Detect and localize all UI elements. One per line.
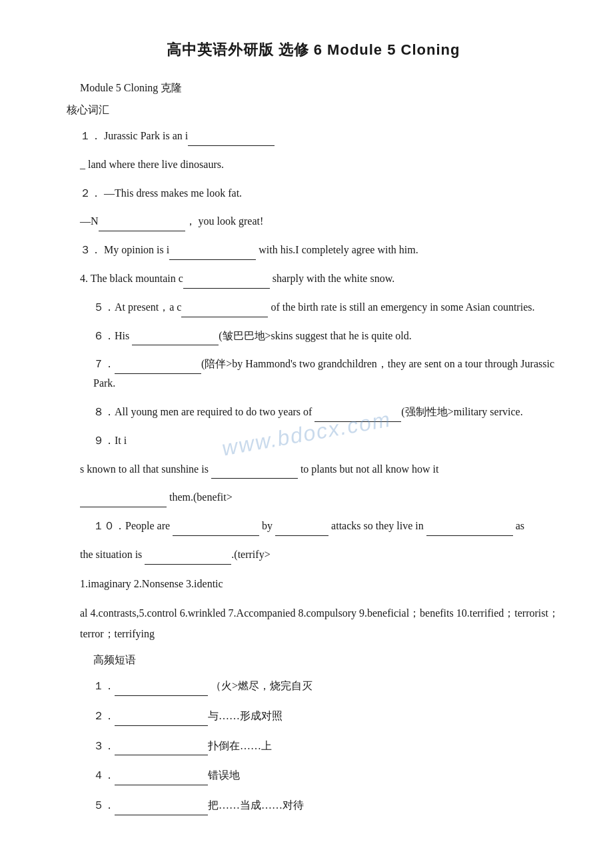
item-10-mid2: attacks so they live in — [328, 520, 426, 531]
phrase-item-5: ５．把……当成……对待 — [67, 796, 560, 815]
item-10-blank3 — [426, 524, 513, 536]
phrase-item-4: ４．错误地 — [67, 766, 560, 785]
item-9-end: them.(benefit> — [167, 491, 233, 503]
item-10-mid1: by — [259, 520, 275, 531]
item-1-blank — [188, 134, 275, 146]
vocab-label: 核心词汇 — [67, 103, 560, 117]
item-2-num: ２． — [80, 187, 101, 199]
item-3-num: ３． — [80, 244, 101, 255]
phrase-item-1: １． （火>燃尽，烧完自灭 — [67, 677, 560, 696]
item-2-end: ， you look great! — [185, 215, 264, 227]
item-4-num: 4. — [80, 273, 91, 284]
phrase-num-5: ５． — [93, 799, 115, 811]
item-7-blank — [115, 362, 201, 374]
phrase-blank-1 — [115, 684, 208, 696]
item-10-cont: the situation is .(terrify> — [67, 545, 560, 565]
item-2-cont: —N， you look great! — [67, 212, 560, 231]
item-10-blank2 — [275, 524, 328, 536]
phrase-blank-2 — [115, 714, 208, 726]
item-5: ５．At present，a c of the birth rate is st… — [67, 298, 560, 317]
item-3-text: My opinion is i — [104, 244, 169, 255]
item-8-blank — [314, 410, 401, 422]
item-6-num: ６．His — [93, 330, 132, 341]
item-1-text: Jurassic Park is an i — [104, 130, 188, 141]
item-8-num: ８．All young men are required to do two y… — [93, 406, 314, 417]
item-2-dash: —N — [80, 215, 99, 227]
item-1-cont-text: _ land where there live dinosaurs. — [80, 159, 224, 170]
item-4-text: The black mountain c — [91, 273, 183, 284]
item-5-num: ５．At present，a c — [93, 301, 181, 313]
item-10: １０．People are by attacks so they live in… — [67, 517, 560, 536]
phrase-num-4: ４． — [93, 769, 115, 781]
item-1-cont: _ land where there live dinosaurs. — [67, 155, 560, 175]
item-3-blank — [169, 248, 256, 260]
item-8-hint: (强制性地>military service. — [401, 406, 522, 417]
phrase-hint-4: 错误地 — [208, 769, 240, 781]
item-5-end: of the birth rate is still an emergency … — [268, 301, 534, 313]
phrase-blank-5 — [115, 803, 208, 815]
answers: 1.imaginary 2.Nonsense 3.identic — [67, 574, 560, 594]
item-3-end: with his.I completely agree with him. — [256, 244, 418, 255]
item-10-blank1 — [173, 524, 259, 536]
item-3: ３． My opinion is i with his.I completely… — [67, 241, 560, 260]
phrase-label: 高频短语 — [67, 653, 560, 667]
item-4: 4. The black mountain c sharply with the… — [67, 269, 560, 289]
item-2: ２． —This dress makes me look fat. — [67, 184, 560, 203]
phrase-num-2: ２． — [93, 710, 115, 721]
page-title: 高中英语外研版 选修 6 Module 5 Cloning — [67, 40, 560, 60]
phrase-hint-3: 扑倒在……上 — [208, 740, 272, 751]
phrase-hint-2: 与……形成对照 — [208, 710, 283, 721]
item-10-cont-text: the situation is — [80, 549, 145, 560]
item-5-blank — [181, 305, 268, 317]
item-7: ７．(陪伴>by Hammond's two grandchildren，the… — [67, 355, 560, 393]
item-4-blank — [183, 277, 270, 289]
item-9-cont: s known to all that sunshine is to plant… — [67, 460, 560, 479]
phrase-item-2: ２．与……形成对照 — [67, 707, 560, 726]
item-10-end: .(terrify> — [231, 549, 270, 560]
answers-line2: al 4.contrasts,5.control 6.wrinkled 7.Ac… — [67, 603, 560, 644]
item-2-blank — [99, 219, 185, 231]
item-10-num: １０．People are — [93, 520, 173, 531]
phrase-hint-5: 把……当成……对待 — [208, 799, 304, 811]
item-10-blank4 — [145, 553, 231, 565]
item-4-end: sharply with the white snow. — [270, 273, 394, 284]
item-9-num: ９．It i — [93, 435, 127, 446]
item-2-text: —This dress makes me look fat. — [104, 187, 242, 199]
item-9-blank2 — [80, 495, 167, 507]
item-9-cont-text: s known to all that sunshine is — [80, 463, 211, 475]
answers-line2-text: al 4.contrasts,5.control 6.wrinkled 7.Ac… — [80, 607, 559, 639]
phrase-hint-1: （火>燃尽，烧完自灭 — [208, 680, 312, 691]
phrase-blank-4 — [115, 773, 208, 785]
item-7-num: ７． — [93, 358, 115, 369]
module-header: Module 5 Cloning 克隆 — [67, 81, 560, 95]
item-9-blank1 — [211, 467, 298, 479]
item-6-blank — [132, 333, 219, 345]
phrase-blank-3 — [115, 743, 208, 755]
item-1: １． Jurassic Park is an i — [67, 127, 560, 146]
item-6: ６．His (皱巴巴地>skins suggest that he is qui… — [67, 327, 560, 346]
phrase-num-3: ３． — [93, 740, 115, 751]
item-8: ８．All young men are required to do two y… — [67, 403, 560, 422]
phrase-item-3: ３．扑倒在……上 — [67, 737, 560, 756]
item-1-num: １． — [80, 130, 101, 141]
item-9: ９．It i — [67, 431, 560, 451]
phrase-num-1: １． — [93, 680, 115, 691]
item-10-mid3: as — [513, 520, 524, 531]
answers-line1: 1.imaginary 2.Nonsense 3.identic — [80, 578, 223, 589]
item-6-hint: (皱巴巴地>skins suggest that he is quite old… — [219, 330, 411, 341]
item-9-cont2: them.(benefit> — [67, 488, 560, 507]
item-9-mid: to plants but not all know how it — [298, 463, 439, 475]
